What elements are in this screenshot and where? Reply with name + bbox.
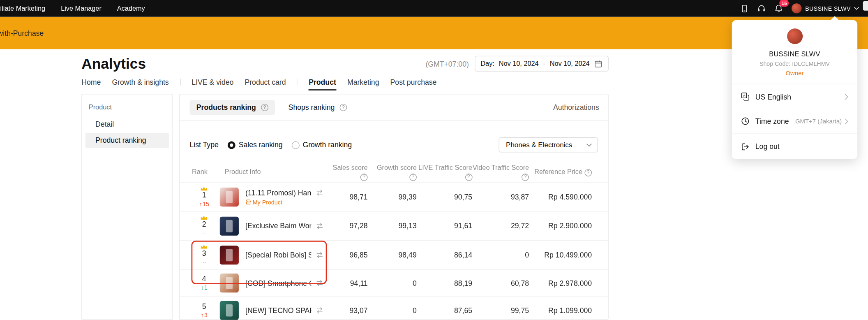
live-traffic-value: 91,61 <box>417 222 472 230</box>
menu-item-language[interactable]: A US English <box>732 84 857 109</box>
reference-price-value: Rp 2.978.000 <box>529 279 592 287</box>
nav-academy[interactable]: Academy <box>117 5 145 12</box>
rank-change-value: 3 <box>204 311 208 318</box>
tab-shops-ranking[interactable]: Shops ranking <box>289 103 347 111</box>
info-icon[interactable] <box>261 104 268 111</box>
sidebar-item-detail[interactable]: Detail <box>85 117 169 132</box>
topbar-actions: 15 BUSSINE SLWV <box>741 0 859 17</box>
list-type-label: List Type <box>189 141 218 149</box>
rank-change: ↓1 <box>201 284 207 291</box>
radio-dot-selected[interactable] <box>228 141 235 149</box>
date-granularity-label[interactable]: Day: <box>480 60 494 67</box>
product-cell[interactable]: [NEW] TECNO SPARK G... <box>216 301 324 320</box>
ranking-panel: Products ranking Shops ranking Authoriza… <box>179 94 609 320</box>
product-image <box>220 301 239 320</box>
rank-cell: 5 ↑3 <box>192 303 217 318</box>
date-start-value[interactable]: Nov 10, 2024 <box>499 60 539 67</box>
top-navigation-bar: Affiliate Marketing Live Manager Academy… <box>0 0 868 17</box>
info-icon[interactable] <box>522 174 529 181</box>
table-row[interactable]: 5 ↑3 [NEW] TECNO SPARK G... 93,07 0 87,6… <box>180 297 608 320</box>
growth-score-value: 0 <box>368 306 417 314</box>
tab-live-video[interactable]: LIVE & video <box>192 78 233 86</box>
notification-bell-icon[interactable]: 15 <box>774 4 783 13</box>
svg-text:A: A <box>743 93 746 98</box>
sales-score-value: 93,07 <box>324 306 368 314</box>
mobile-app-icon[interactable] <box>741 4 749 12</box>
tab-products-ranking[interactable]: Products ranking <box>189 100 275 115</box>
info-icon[interactable] <box>584 169 592 176</box>
compare-icon[interactable] <box>316 306 323 314</box>
sales-score-value: 97,28 <box>324 222 368 230</box>
sales-score-value: 98,71 <box>324 192 368 201</box>
table-row[interactable]: 3 -- [Special Robi Bois] Sma... 96,85 98… <box>180 241 608 270</box>
tab-home[interactable]: Home <box>81 78 101 86</box>
authorizations-link[interactable]: Authorizations <box>553 103 599 111</box>
compare-icon[interactable] <box>316 189 323 197</box>
col-rank: Rank <box>192 168 217 176</box>
shop-icon <box>245 199 251 205</box>
tab-growth-insights[interactable]: Growth & insights <box>112 78 169 86</box>
menu-item-timezone[interactable]: Time zone GMT+7 (Jakarta) <box>732 109 857 134</box>
tab-marketing[interactable]: Marketing <box>347 78 379 86</box>
live-traffic-value: 87,65 <box>417 306 472 314</box>
tab-product[interactable]: Product <box>309 78 336 86</box>
rank-change-value: 15 <box>203 200 209 207</box>
my-product-badge: My Product <box>245 199 323 205</box>
date-end-value[interactable]: Nov 10, 2024 <box>550 60 590 67</box>
info-icon[interactable] <box>360 174 368 181</box>
product-cell[interactable]: (11.11 Promosi) Han... My Product <box>216 187 324 206</box>
tab-divider <box>180 79 180 85</box>
sales-score-value: 96,85 <box>324 250 368 259</box>
date-range-picker[interactable]: Day: Nov 10, 2024 - Nov 10, 2024 <box>474 56 608 72</box>
clock-icon <box>741 117 750 126</box>
headset-support-icon[interactable] <box>757 4 766 13</box>
top-nav: Affiliate Marketing Live Manager Academy <box>0 5 145 12</box>
rank-change: -- <box>202 258 206 265</box>
tab-product-card[interactable]: Product card <box>245 78 286 86</box>
product-image <box>220 216 239 235</box>
tab-post-purchase[interactable]: Post purchase <box>390 78 437 86</box>
info-icon[interactable] <box>409 174 417 181</box>
rank-change: -- <box>202 230 206 236</box>
product-image <box>220 246 239 264</box>
sidebar: Product Detail Product ranking <box>81 94 173 320</box>
category-select-value: Phones & Electronics <box>506 141 572 149</box>
table-row[interactable]: 1 ↑15 (11.11 Promosi) Han... My Product … <box>180 183 608 212</box>
compare-icon[interactable] <box>316 222 323 230</box>
rank-number: 5 <box>202 303 206 311</box>
partial-icon <box>863 1 868 11</box>
product-title: [COD] Smartphone OPP... <box>245 279 311 287</box>
product-cell[interactable]: [COD] Smartphone OPP... <box>216 274 324 292</box>
video-traffic-value: 93,87 <box>472 192 529 201</box>
rank-number: 4 <box>202 275 206 283</box>
rank-cell: 3 -- <box>192 244 217 265</box>
product-cell[interactable]: [Special Robi Bois] Sma... <box>216 246 324 264</box>
timezone-value: GMT+7 (Jakarta) <box>795 118 842 124</box>
table-row[interactable]: 2 -- [Exclusive Baim Wong... 97,28 99,13… <box>180 211 608 241</box>
account-menu-trigger[interactable]: BUSSINE SLWV <box>792 3 859 13</box>
avatar <box>792 3 802 13</box>
info-icon[interactable] <box>340 104 347 111</box>
compare-icon[interactable] <box>316 279 323 287</box>
table-body: 1 ↑15 (11.11 Promosi) Han... My Product … <box>180 183 608 320</box>
product-title: (11.11 Promosi) Han... <box>245 188 311 197</box>
radio-dot[interactable] <box>291 141 299 149</box>
date-separator: - <box>543 60 545 67</box>
tab-divider <box>297 79 298 85</box>
calendar-icon[interactable] <box>594 60 603 68</box>
product-image <box>220 187 239 206</box>
compare-icon[interactable] <box>316 251 323 259</box>
rank-change: ↑3 <box>201 311 207 318</box>
radio-growth-ranking[interactable]: Growth ranking <box>291 141 352 149</box>
table-row[interactable]: 4 ↓1 [COD] Smartphone OPP... 94,11 0 88,… <box>180 270 608 297</box>
chevron-right-icon <box>845 118 849 124</box>
col-live-traffic-score: LIVE Traffic Score <box>417 164 472 181</box>
product-cell[interactable]: [Exclusive Baim Wong... <box>216 216 324 235</box>
category-select[interactable]: Phones & Electronics <box>499 137 598 153</box>
menu-item-logout[interactable]: Log out <box>732 133 857 159</box>
info-icon[interactable] <box>465 174 472 181</box>
sidebar-item-product-ranking[interactable]: Product ranking <box>85 133 169 148</box>
nav-live-manager[interactable]: Live Manager <box>61 5 102 12</box>
radio-sales-ranking[interactable]: Sales ranking <box>228 141 283 149</box>
nav-affiliate-marketing[interactable]: Affiliate Marketing <box>0 5 45 12</box>
